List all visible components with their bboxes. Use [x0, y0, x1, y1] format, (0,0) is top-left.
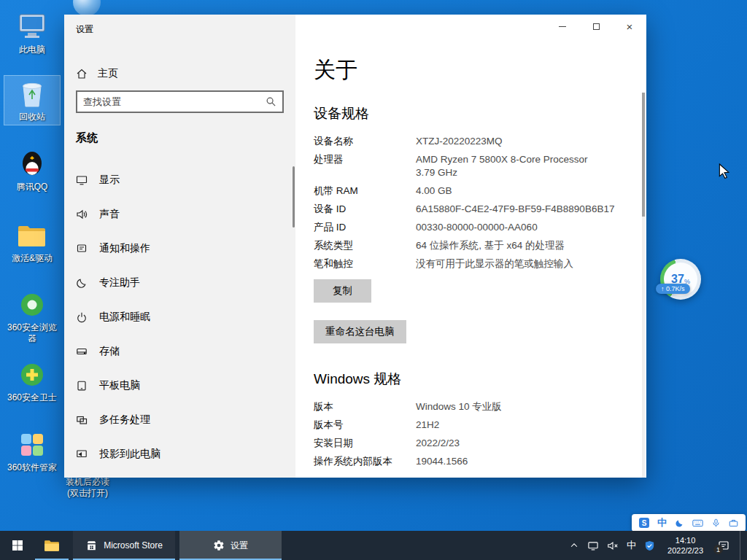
sidebar-section-title: 系统	[76, 131, 98, 145]
desktop-icon-tencent-qq[interactable]: 腾讯QQ	[4, 146, 60, 195]
speed-value: 0.7K/s	[666, 285, 685, 292]
ime-mode-toggle[interactable]: 中	[657, 516, 667, 529]
about-page: 关于 设备规格 设备名称 XTZJ-20220223MQ 处理器 AMD Ryz…	[295, 15, 646, 478]
spec-row-device-name: 设备名称 XTZJ-20220223MQ	[314, 135, 617, 148]
spec-value: 4.00 GB	[416, 184, 452, 198]
sidebar-item-tablet[interactable]: 平板电脑	[64, 368, 295, 402]
network-icon[interactable]	[587, 540, 599, 551]
projecting-icon	[76, 448, 88, 460]
sidebar-nav-list: 显示 声音 通知和操作 专注助手 电源和睡眠	[64, 163, 295, 471]
desktop-icon-activate-driver[interactable]: 激活&驱动	[4, 217, 60, 266]
360-speed-ball[interactable]: 37 % ↑ 0.7K/s	[660, 259, 701, 300]
spec-value: 21H2	[416, 419, 439, 432]
hidden-icons-chevron[interactable]	[569, 540, 579, 551]
taskbar-settings[interactable]: 设置	[179, 531, 282, 560]
desktop-icon-label: 此电脑	[6, 44, 58, 55]
multitasking-icon	[76, 414, 88, 426]
volume-muted-icon[interactable]	[607, 540, 619, 551]
desktop-icon-readme[interactable]: 装机后必读(双击打开)	[61, 475, 114, 499]
content-scrollbar-thumb[interactable]	[642, 93, 645, 217]
sidebar-item-multitasking[interactable]: 多任务处理	[64, 402, 295, 437]
spec-value: 19044.1566	[416, 455, 468, 468]
maximize-icon	[593, 23, 600, 30]
spec-row-processor: 处理器 AMD Ryzen 7 5800X 8-Core Processor 3…	[314, 153, 617, 179]
spec-row-version: 版本号 21H2	[314, 419, 617, 432]
sidebar-item-label: 投影到此电脑	[99, 448, 160, 461]
settings-window: 设置 主页 系统 显示 声音	[64, 15, 646, 478]
sidebar-scrollbar[interactable]	[293, 166, 295, 228]
sidebar-item-home[interactable]: 主页	[76, 63, 280, 85]
sidebar-item-label: 多任务处理	[99, 413, 150, 427]
settings-sidebar: 设置 主页 系统 显示 声音	[64, 15, 295, 478]
desktop-icon-recycle-bin[interactable]: 回收站	[4, 76, 60, 125]
close-button[interactable]: ×	[613, 15, 646, 38]
sidebar-item-label: 存储	[99, 345, 120, 358]
notification-badge: 1	[713, 545, 723, 554]
ime-toolbar: S 中	[632, 514, 746, 532]
sidebar-item-label: 通知和操作	[99, 242, 150, 255]
search-input[interactable]	[77, 96, 266, 107]
moon-icon[interactable]	[675, 518, 684, 528]
mic-icon[interactable]	[711, 518, 721, 528]
partial-desktop-icon	[73, 0, 101, 16]
spec-value: 00330-80000-00000-AA060	[416, 221, 538, 234]
taskbar-microsoft-store[interactable]: Microsoft Store	[73, 531, 175, 560]
up-arrow-icon: ↑	[661, 285, 665, 292]
sidebar-item-notifications[interactable]: 通知和操作	[64, 231, 295, 265]
desktop-icon-360-safeguard[interactable]: 360安全卫士	[4, 357, 60, 405]
copy-button[interactable]: 复制	[314, 279, 371, 303]
gear-icon	[213, 540, 225, 551]
device-spec-heading: 设备规格	[314, 104, 617, 123]
start-button[interactable]	[0, 531, 35, 560]
sidebar-item-storage[interactable]: 存储	[64, 334, 295, 368]
sidebar-item-sound[interactable]: 声音	[64, 197, 295, 231]
minimize-button[interactable]	[546, 15, 579, 38]
desktop-icon-360-software-manager[interactable]: 360软件管家	[4, 427, 60, 475]
display-icon	[76, 174, 88, 186]
tray-time: 14:10	[667, 535, 703, 545]
action-center-button[interactable]: 1	[716, 537, 732, 553]
mouse-cursor	[717, 163, 732, 182]
sidebar-item-focus-assist[interactable]: 专注助手	[64, 265, 295, 300]
taskbar-file-explorer[interactable]	[35, 531, 69, 560]
360-browser-icon	[6, 289, 58, 321]
storage-icon	[76, 346, 88, 357]
show-desktop-button[interactable]	[740, 531, 743, 560]
spec-label: 版本	[314, 400, 416, 413]
desktop-icon-label: 腾讯QQ	[6, 182, 58, 192]
ime-logo-icon[interactable]: S	[639, 518, 649, 528]
home-icon	[76, 68, 88, 79]
spec-label: 版本号	[314, 419, 416, 432]
maximize-button[interactable]	[579, 15, 613, 38]
sidebar-item-display[interactable]: 显示	[64, 163, 295, 197]
spec-value: 64 位操作系统, 基于 x64 的处理器	[416, 239, 565, 252]
desktop-icon-label: 装机后必读(双击打开)	[61, 477, 114, 499]
desktop-icon-360-browser[interactable]: 360安全浏览器	[4, 287, 60, 346]
spec-label: 机带 RAM	[314, 184, 416, 198]
settings-search-box[interactable]	[76, 90, 284, 113]
spec-value: 2022/2/23	[416, 437, 460, 450]
sidebar-item-label: 显示	[99, 174, 120, 187]
desktop-icon-this-pc[interactable]: 此电脑	[4, 9, 60, 58]
sidebar-item-power-sleep[interactable]: 电源和睡眠	[64, 300, 295, 334]
keyboard-icon[interactable]	[692, 518, 703, 528]
spec-label: 产品 ID	[314, 221, 416, 234]
ime-indicator[interactable]: 中	[627, 539, 636, 552]
close-icon: ×	[627, 21, 633, 32]
spec-row-pen-touch: 笔和触控 没有可用于此显示器的笔或触控输入	[314, 257, 617, 271]
spec-label: 设备名称	[314, 135, 416, 148]
rename-pc-button[interactable]: 重命名这台电脑	[314, 320, 406, 343]
sidebar-item-projecting[interactable]: 投影到此电脑	[64, 437, 295, 471]
power-sleep-icon	[76, 311, 88, 323]
sidebar-item-label: 专注助手	[99, 276, 140, 289]
security-shield-icon[interactable]	[644, 540, 655, 551]
toolbox-icon[interactable]	[729, 518, 738, 528]
spec-row-product-id: 产品 ID 00330-80000-00000-AA060	[314, 221, 617, 234]
tray-clock[interactable]: 14:10 2022/2/23	[667, 535, 703, 556]
spec-row-os-build: 操作系统内部版本 19044.1566	[314, 455, 617, 468]
notifications-icon	[76, 243, 88, 254]
spec-label: 操作系统内部版本	[314, 455, 416, 468]
sidebar-item-label: 平板电脑	[99, 379, 140, 392]
window-controls: ×	[546, 15, 646, 38]
spec-row-system-type: 系统类型 64 位操作系统, 基于 x64 的处理器	[314, 239, 617, 252]
